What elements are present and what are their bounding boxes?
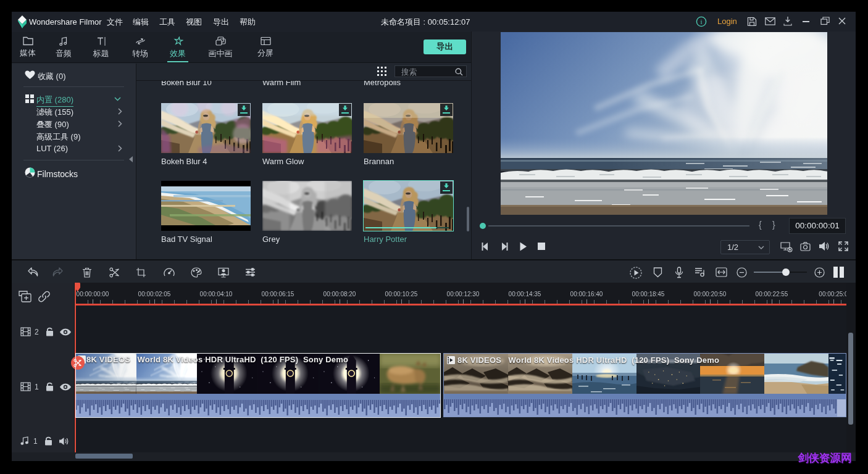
svg-text:i: i [700, 18, 702, 25]
